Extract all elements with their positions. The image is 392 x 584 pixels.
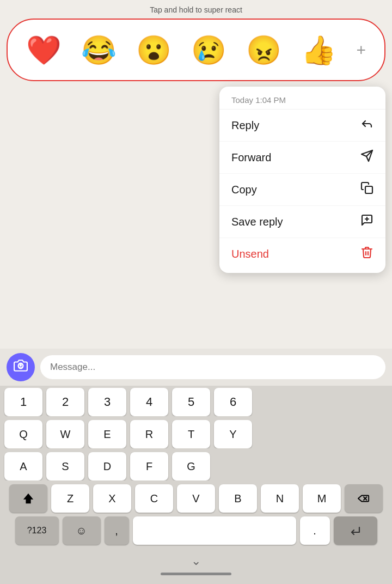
key-n[interactable]: N: [261, 484, 299, 513]
key-3[interactable]: 3: [88, 388, 126, 416]
enter-key[interactable]: [334, 516, 377, 545]
camera-button[interactable]: [7, 353, 35, 381]
numbers-switch-key[interactable]: ?123: [15, 516, 59, 545]
svg-marker-8: [23, 494, 33, 503]
copy-icon: [360, 181, 373, 198]
key-6[interactable]: 6: [214, 388, 252, 416]
context-menu-forward[interactable]: Forward: [219, 142, 385, 174]
message-input[interactable]: [40, 355, 385, 379]
chat-area: Hi Today 1:04 PM Reply Forward Copy: [0, 87, 392, 177]
reply-icon: [360, 117, 373, 133]
key-4[interactable]: 4: [130, 388, 168, 416]
keyboard-container: 1 2 3 4 5 6 Q W E R T Y A S D F G: [0, 349, 392, 584]
context-menu-copy[interactable]: Copy: [219, 174, 385, 206]
key-s[interactable]: S: [46, 452, 84, 480]
key-2[interactable]: 2: [46, 388, 84, 416]
key-1[interactable]: 1: [4, 388, 42, 416]
numbers-row: 1 2 3 4 5 6: [3, 388, 389, 416]
copy-label: Copy: [231, 184, 257, 196]
context-menu-unsend[interactable]: Unsend: [219, 238, 385, 270]
period-key[interactable]: .: [300, 516, 330, 545]
key-q[interactable]: Q: [4, 420, 42, 448]
key-v[interactable]: V: [177, 484, 215, 513]
key-c[interactable]: C: [135, 484, 173, 513]
svg-rect-2: [365, 186, 372, 193]
backspace-key[interactable]: [345, 484, 383, 513]
emoji-tears-of-joy[interactable]: 😂: [81, 36, 117, 64]
emoji-thumbs-up[interactable]: 👍: [301, 36, 336, 64]
comma-key[interactable]: ,: [105, 516, 129, 545]
key-f[interactable]: F: [130, 452, 168, 480]
qwerty-row: Q W E R T Y: [3, 420, 389, 448]
key-x[interactable]: X: [93, 484, 131, 513]
home-indicator: [161, 573, 231, 575]
key-r[interactable]: R: [130, 420, 168, 448]
context-menu-reply[interactable]: Reply: [219, 110, 385, 142]
reply-label: Reply: [231, 119, 259, 132]
key-w[interactable]: W: [46, 420, 84, 448]
keyboard: 1 2 3 4 5 6 Q W E R T Y A S D F G: [0, 386, 392, 552]
forward-label: Forward: [231, 151, 271, 164]
key-z[interactable]: Z: [51, 484, 89, 513]
home-indicator-bar: [0, 569, 392, 584]
save-reply-icon: [360, 214, 373, 230]
emoji-heart[interactable]: ❤️: [26, 36, 62, 64]
context-menu: Today 1:04 PM Reply Forward Copy: [219, 87, 385, 273]
camera-icon: [14, 358, 28, 376]
key-e[interactable]: E: [88, 420, 126, 448]
key-a[interactable]: A: [4, 452, 42, 480]
space-key[interactable]: [133, 516, 296, 545]
chevron-row: ⌄: [0, 552, 392, 569]
keyboard-hide-chevron[interactable]: ⌄: [191, 554, 201, 568]
key-t[interactable]: T: [172, 420, 210, 448]
unsend-label: Unsend: [231, 248, 269, 260]
key-b[interactable]: B: [219, 484, 257, 513]
shift-key[interactable]: [9, 484, 47, 513]
asdf-row: A S D F G: [3, 452, 389, 480]
svg-point-6: [20, 365, 21, 366]
save-reply-label: Save reply: [231, 216, 283, 228]
key-m[interactable]: M: [303, 484, 341, 513]
key-d[interactable]: D: [88, 452, 126, 480]
context-menu-save-reply[interactable]: Save reply: [219, 206, 385, 238]
bottom-row: ?123 ☺ , .: [3, 516, 389, 545]
trash-icon: [360, 246, 373, 262]
emoji-reaction-bar: ❤️ 😂 😮 😢 😠 👍 +: [7, 19, 385, 81]
message-input-bar: [0, 349, 392, 386]
key-y[interactable]: Y: [214, 420, 252, 448]
zxcvbnm-row: Z X C V B N M: [3, 484, 389, 513]
super-react-hint: Tap and hold to super react: [0, 0, 392, 19]
emoji-crying[interactable]: 😢: [191, 36, 226, 64]
emoji-more-button[interactable]: +: [356, 41, 366, 59]
emoji-keyboard-key[interactable]: ☺: [63, 516, 101, 545]
emoji-surprised[interactable]: 😮: [136, 36, 171, 64]
context-timestamp: Today 1:04 PM: [219, 90, 385, 110]
key-g[interactable]: G: [172, 452, 210, 480]
forward-icon: [360, 149, 373, 166]
key-5[interactable]: 5: [172, 388, 210, 416]
emoji-angry[interactable]: 😠: [246, 36, 281, 64]
